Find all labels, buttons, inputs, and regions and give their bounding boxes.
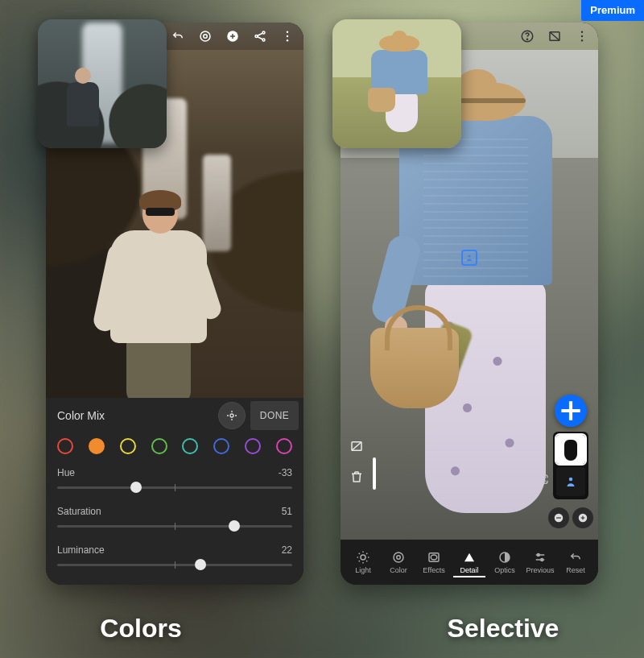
- hue-slider[interactable]: [57, 480, 292, 495]
- svg-point-6: [287, 31, 288, 33]
- caption-selective: Selective: [374, 614, 632, 644]
- compare-icon[interactable]: [547, 28, 563, 44]
- svg-point-14: [581, 35, 583, 37]
- lens-icon[interactable]: [197, 28, 213, 44]
- tool-color[interactable]: Color: [382, 550, 415, 574]
- svg-point-26: [431, 555, 437, 560]
- svg-point-3: [255, 35, 258, 38]
- left-quick-tools: [347, 437, 366, 486]
- svg-rect-19: [556, 517, 561, 518]
- svg-point-0: [200, 31, 210, 41]
- luminance-slider-row: Luminance 22: [46, 541, 303, 585]
- targeted-adjustment-button[interactable]: [218, 402, 246, 429]
- svg-point-17: [569, 478, 573, 482]
- svg-point-28: [537, 554, 539, 557]
- svg-point-1: [204, 35, 208, 39]
- color-swatch-7[interactable]: [276, 438, 292, 454]
- amount-indicator[interactable]: [373, 457, 376, 490]
- undo-icon[interactable]: [170, 28, 186, 44]
- svg-point-8: [287, 39, 288, 41]
- bottom-tool-tabs: LightColorEffectsDetailOpticsPreviousRes…: [341, 540, 598, 585]
- color-swatch-3[interactable]: [151, 438, 167, 454]
- svg-point-24: [397, 556, 401, 560]
- tool-detail[interactable]: Detail: [453, 550, 485, 577]
- luminance-value: 22: [282, 544, 292, 556]
- svg-point-23: [394, 552, 403, 562]
- tool-reset[interactable]: Reset: [559, 550, 592, 574]
- before-after-icon[interactable]: [347, 437, 366, 456]
- color-swatch-5[interactable]: [213, 438, 229, 454]
- svg-point-13: [581, 31, 583, 33]
- share-icon[interactable]: [252, 28, 268, 44]
- color-swatch-6[interactable]: [245, 438, 261, 454]
- mask-person-thumb[interactable]: [556, 467, 585, 496]
- more-icon[interactable]: [279, 28, 295, 44]
- color-swatch-4[interactable]: [182, 438, 198, 454]
- tool-optics[interactable]: Optics: [489, 550, 521, 574]
- tool-effects[interactable]: Effects: [418, 550, 450, 574]
- tool-light[interactable]: Light: [347, 550, 379, 574]
- hue-value: -33: [279, 467, 292, 478]
- color-swatch-0[interactable]: [57, 438, 73, 454]
- saturation-label: Saturation: [57, 506, 101, 517]
- masking-side-panel: [548, 395, 593, 528]
- color-mix-panel: Color Mix DONE Hue -33: [46, 398, 303, 585]
- before-thumbnail-selective: [332, 19, 461, 148]
- svg-point-29: [541, 559, 543, 561]
- svg-point-15: [581, 39, 583, 41]
- svg-point-11: [526, 39, 527, 39]
- mask-subject-thumb[interactable]: [556, 435, 585, 464]
- add-mask-button[interactable]: [555, 395, 587, 427]
- trash-icon[interactable]: [347, 467, 366, 486]
- tool-previous[interactable]: Previous: [524, 550, 556, 574]
- help-icon[interactable]: [519, 28, 535, 44]
- panel-title: Color Mix: [57, 409, 218, 422]
- caption-colors: Colors: [12, 614, 270, 644]
- add-to-mask-button[interactable]: [572, 507, 593, 528]
- svg-point-7: [287, 35, 288, 37]
- add-icon[interactable]: [225, 28, 241, 44]
- saturation-value: 51: [282, 506, 292, 517]
- hue-slider-row: Hue -33: [46, 464, 303, 503]
- svg-point-5: [262, 39, 265, 41]
- premium-badge: Premium: [581, 0, 644, 21]
- before-thumbnail-colors: [38, 19, 167, 148]
- color-swatch-2[interactable]: [120, 438, 136, 454]
- link-icon: [542, 474, 553, 485]
- svg-point-4: [262, 31, 265, 34]
- color-swatch-row: [46, 433, 303, 464]
- color-swatch-1[interactable]: [89, 438, 105, 454]
- svg-point-16: [469, 255, 471, 258]
- svg-point-9: [230, 414, 233, 417]
- subject-select-marker[interactable]: [461, 250, 477, 266]
- svg-point-22: [361, 555, 365, 560]
- saturation-slider-row: Saturation 51: [46, 503, 303, 541]
- done-button[interactable]: DONE: [250, 401, 299, 430]
- subtract-mask-button[interactable]: [548, 507, 569, 528]
- more-icon[interactable]: [574, 28, 590, 44]
- luminance-slider[interactable]: [57, 557, 292, 572]
- hue-label: Hue: [57, 467, 75, 478]
- luminance-label: Luminance: [57, 544, 105, 556]
- saturation-slider[interactable]: [57, 519, 292, 533]
